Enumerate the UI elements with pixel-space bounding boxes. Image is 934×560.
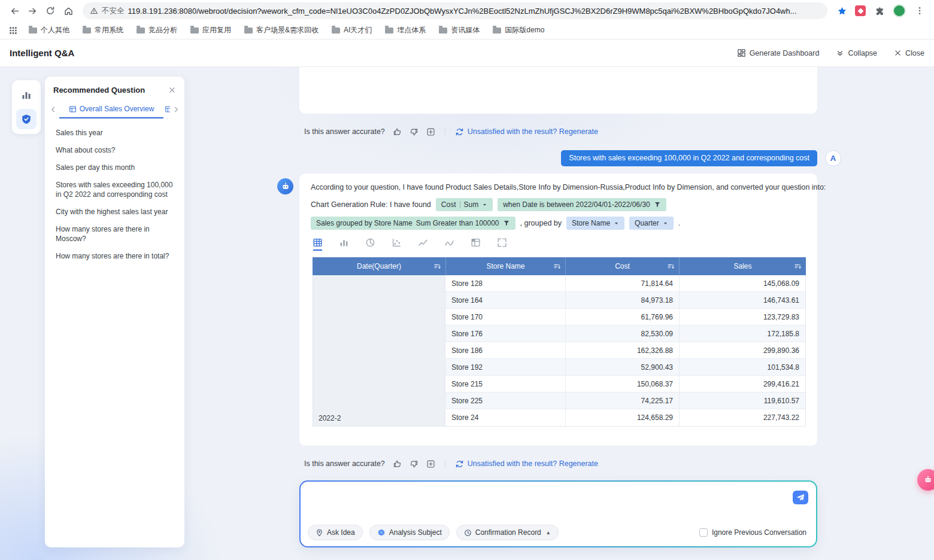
answer-intro: According to your question, I have found… (311, 182, 806, 193)
table-row[interactable]: Store 24124,658.29227,743.22 (445, 409, 805, 426)
tab-overall-sales-overview[interactable]: Overall Sales Overview (59, 101, 163, 118)
divider (445, 127, 445, 136)
panel-title: Recommended Question (53, 86, 145, 95)
confirmation-record-button[interactable]: Confirmation Record ▲ (456, 525, 559, 540)
column-header-sales[interactable]: Sales (679, 257, 806, 275)
next-tab-partial-icon[interactable] (165, 105, 170, 114)
recommended-question[interactable]: Stores with sales exceeding 100,000 in Q… (56, 180, 174, 199)
user-avatar: A (825, 150, 841, 166)
recommended-question[interactable]: How many stores are there in total? (56, 251, 174, 261)
ask-idea-button[interactable]: Ask Idea (308, 525, 363, 540)
refresh-icon[interactable] (42, 2, 59, 19)
ignore-previous-toggle[interactable]: Ignore Previous Conversation (699, 528, 806, 537)
folder-icon (332, 28, 340, 34)
group-tag-quarter[interactable]: Quarter (629, 217, 674, 230)
chat-input-inner: Ask Idea Analysis Subject Confirmation R… (301, 482, 816, 546)
sort-icon[interactable] (433, 263, 441, 270)
column-chart-icon[interactable] (339, 238, 349, 251)
tabs-next-icon[interactable] (171, 106, 181, 113)
recommended-question[interactable]: Sales this year (56, 128, 174, 138)
qa-assistant-icon[interactable] (16, 109, 37, 129)
send-button[interactable] (793, 491, 808, 504)
bookmark-star-icon[interactable] (833, 2, 850, 19)
line-chart-icon[interactable] (418, 238, 428, 251)
table-row[interactable]: Store 215150,068.37299,416.21 (445, 376, 805, 392)
tab-label: Overall Sales Overview (80, 105, 154, 113)
table-row[interactable]: Store 17682,530.09172,185.8 (445, 325, 805, 342)
message-input[interactable] (309, 489, 778, 514)
back-icon[interactable] (6, 2, 23, 19)
address-bar[interactable]: 不安全 119.8.191.236:8080/webroot/decision?… (83, 2, 827, 19)
floating-assistant-button[interactable] (917, 469, 934, 491)
thumbs-up-icon[interactable] (393, 127, 402, 136)
cost-cell: 82,530.09 (565, 325, 679, 342)
panel-close-icon[interactable] (168, 86, 176, 94)
collapse-button[interactable]: Collapse (836, 49, 877, 57)
browser-menu-icon[interactable] (911, 2, 928, 19)
extensions-puzzle-icon[interactable] (871, 2, 887, 19)
column-header-cost[interactable]: Cost (565, 257, 679, 275)
measure-tag[interactable]: Cost Sum (436, 198, 493, 211)
more-charts-icon[interactable] (497, 238, 507, 251)
column-header-store-name[interactable]: Store Name (445, 257, 565, 275)
bookmark-folder[interactable]: 常用系统 (78, 23, 128, 37)
scatter-chart-icon[interactable] (392, 238, 402, 251)
pie-chart-icon[interactable] (365, 238, 375, 251)
group-tag-store-name[interactable]: Store Name (566, 217, 624, 230)
bookmark-folder[interactable]: AI天才们 (327, 23, 377, 37)
table-row[interactable]: Store 186162,326.88299,890.36 (445, 342, 805, 359)
ignore-previous-checkbox[interactable] (699, 528, 708, 537)
sort-icon[interactable] (667, 263, 675, 270)
recommended-question[interactable]: Sales per day this month (56, 163, 174, 172)
recommended-question[interactable]: How many stores are there in Moscow? (56, 224, 174, 244)
cost-cell: 124,658.29 (565, 409, 679, 426)
table-row[interactable]: Store 17061,769.96123,729.83 (445, 309, 805, 325)
table-row[interactable]: Store 12871,814.64145,068.09 (445, 275, 805, 292)
generate-dashboard-button[interactable]: Generate Dashboard (737, 48, 820, 57)
user-message-row: Stores with sales exceeding 100,000 in Q… (299, 150, 817, 166)
sales-filter-tag[interactable]: Sales grouped by Store Name Sum Greater … (311, 217, 515, 230)
browser-profile-avatar[interactable] (893, 4, 906, 17)
bookmark-folder[interactable]: 资讯媒体 (434, 23, 484, 37)
chart-tool-icon[interactable] (16, 85, 37, 105)
home-icon[interactable] (60, 2, 77, 19)
bookmark-folder[interactable]: 个人其他 (24, 23, 74, 37)
add-to-dashboard-icon[interactable] (426, 459, 435, 468)
caret-down-icon (482, 202, 487, 208)
close-button[interactable]: Close (894, 49, 924, 57)
column-header-date-quarter[interactable]: Date(Quarter) (313, 257, 445, 275)
date-filter-tag[interactable]: when Date is between 2022/04/01-2022/06/… (498, 198, 666, 211)
apps-grid-icon[interactable] (6, 23, 20, 38)
table-row[interactable]: Store 22574,225.17119,610.57 (445, 392, 805, 409)
table-row[interactable]: Store 19252,900.43101,534.8 (445, 359, 805, 376)
regenerate-link[interactable]: Unsatisfied with the result? Regenerate (455, 127, 598, 136)
thumbs-up-icon[interactable] (393, 459, 402, 468)
thumbs-down-icon[interactable] (410, 459, 419, 468)
table-chart-icon[interactable] (313, 238, 323, 251)
question-tabs: Overall Sales Overview (45, 101, 184, 118)
pinned-extension-icon[interactable] (855, 5, 866, 16)
bot-avatar-icon (277, 178, 293, 194)
bookmark-folder[interactable]: 国际版demo (488, 23, 549, 37)
pivot-table-icon[interactable] (471, 238, 481, 251)
caret-down-icon (663, 221, 668, 226)
regenerate-link[interactable]: Unsatisfied with the result? Regenerate (455, 459, 598, 468)
area-chart-icon[interactable] (444, 238, 454, 251)
forward-icon[interactable] (24, 2, 41, 19)
feedback-question: Is this answer accurate? (304, 459, 385, 468)
analysis-subject-button[interactable]: Analysis Subject (369, 525, 450, 540)
add-to-dashboard-icon[interactable] (426, 127, 435, 136)
recommended-question[interactable]: What about costs? (56, 145, 174, 155)
table-row[interactable]: Store 16484,973.18146,743.61 (445, 292, 805, 309)
bookmark-folder[interactable]: 竞品分析 (132, 23, 182, 37)
sort-icon[interactable] (794, 263, 802, 270)
bookmark-label: 个人其他 (41, 25, 69, 35)
tabs-prev-icon[interactable] (48, 106, 58, 113)
store-cell: Store 176 (445, 325, 565, 342)
thumbs-down-icon[interactable] (410, 127, 419, 136)
sort-icon[interactable] (553, 263, 561, 270)
bookmark-folder[interactable]: 客户场景&需求回收 (239, 23, 323, 37)
bookmark-folder[interactable]: 埋点体系 (380, 23, 430, 37)
bookmark-folder[interactable]: 应用复用 (186, 23, 236, 37)
recommended-question[interactable]: City with the highest sales last year (56, 207, 174, 217)
